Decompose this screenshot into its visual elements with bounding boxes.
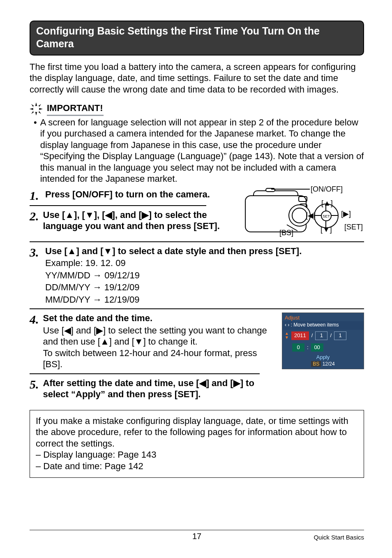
field-year: 2011 — [291, 331, 309, 340]
important-label: IMPORTANT! — [47, 102, 104, 116]
note-line1: – Display language: Page 143 — [36, 449, 358, 461]
page-footer: 17 Quick Start Basics — [30, 530, 364, 542]
adjust-format: 12/24 — [323, 361, 335, 367]
date-sep: / — [311, 332, 313, 339]
step-2: 2. Use [▲], [▼], [◀], and [▶] to select … — [30, 209, 233, 232]
label-bs: [BS] — [279, 228, 293, 238]
adjust-bs: BS — [311, 361, 321, 367]
step-3-line2: DD/MM/YY → 19/12/09 — [45, 282, 364, 293]
bullet-dot: • — [34, 117, 37, 185]
label-up: [▲] — [321, 199, 333, 208]
time-sep: : — [307, 344, 309, 351]
field-day: 1 — [334, 331, 346, 340]
burst-icon — [30, 102, 43, 116]
control-set-button: SET — [321, 211, 332, 221]
label-right: [▶] — [341, 209, 351, 219]
note-intro: If you make a mistake configuring displa… — [36, 415, 358, 449]
section-header: Configuring Basic Settings the First Tim… — [30, 21, 364, 56]
camera-diagram: SET [ON/OFF] [▲] [▼] [◀] [▶] [SET] [BS] — [241, 189, 364, 238]
section-title: Configuring Basic Settings the First Tim… — [36, 25, 320, 49]
adjust-apply: Apply — [282, 353, 364, 361]
step-1-num: 1. — [30, 189, 41, 202]
adjust-title: Adjust — [282, 313, 364, 321]
label-left: [◀] — [306, 211, 316, 220]
date-sep: / — [330, 332, 332, 339]
svg-marker-3 — [39, 108, 43, 110]
steps-1-2-with-diagram: 1. Press [ON/OFF] to turn on the camera.… — [30, 189, 364, 238]
step-3-example: Example: 19. 12. 09 — [45, 257, 364, 269]
page-number: 17 — [30, 531, 364, 542]
step-2-head: Use [▲], [▼], [◀], and [▶] to select the… — [43, 209, 234, 232]
divider — [30, 205, 206, 206]
adjust-date-row: ▲▼ 2011 / 1 / 1 — [282, 330, 364, 341]
important-bullet: • A screen for language selection will n… — [34, 117, 364, 185]
step-2-num: 2. — [30, 209, 39, 222]
adjust-format-row: BS 12/24 — [282, 361, 364, 369]
step-3-num: 3. — [30, 245, 41, 259]
adjust-time-row: 0 : 00 — [282, 342, 364, 353]
step-4-num: 4. — [30, 313, 39, 326]
svg-marker-5 — [38, 104, 41, 107]
adjust-hint: ‹ › : Move between items — [282, 321, 364, 330]
important-heading: IMPORTANT! — [30, 102, 364, 116]
step-4-with-figure: 4. Set the date and the time. Use [◀] an… — [30, 313, 364, 403]
steps: 1. Press [ON/OFF] to turn on the camera.… — [30, 189, 364, 403]
label-set: [SET] — [344, 222, 363, 232]
label-down: [▼] — [321, 225, 332, 234]
svg-marker-7 — [38, 111, 41, 114]
svg-marker-2 — [30, 108, 34, 110]
intro-paragraph: The first time you load a battery into t… — [30, 61, 364, 95]
svg-marker-4 — [31, 104, 34, 107]
note-line2: – Date and time: Page 142 — [36, 461, 358, 472]
step-3-line3: MM/DD/YY → 12/19/09 — [45, 294, 364, 306]
step-1: 1. Press [ON/OFF] to turn on the camera. — [30, 189, 233, 202]
step-5-num: 5. — [30, 377, 39, 391]
divider — [30, 373, 260, 374]
svg-marker-6 — [31, 111, 34, 114]
svg-marker-0 — [35, 102, 37, 107]
step-4-head: Set the date and the time. — [43, 313, 275, 324]
step-5-head: After setting the date and time, use [◀]… — [43, 377, 275, 400]
field-hour: 0 — [292, 343, 304, 352]
camera-small-button — [298, 196, 307, 202]
step-3-line1: YY/MM/DD → 09/12/19 — [45, 270, 364, 281]
adjust-screenshot: Adjust ‹ › : Move between items ▲▼ 2011 … — [282, 313, 364, 369]
step-3: 3. Use [▲] and [▼] to select a date styl… — [30, 245, 364, 306]
step-3-head: Use [▲] and [▼] to select a date style a… — [45, 245, 364, 257]
important-text: A screen for language selection will not… — [40, 117, 364, 185]
divider — [30, 241, 364, 242]
spinner-arrows-icon: ▲▼ — [285, 331, 289, 340]
note-box: If you make a mistake configuring displa… — [30, 410, 364, 478]
leader-line — [271, 189, 310, 190]
step-4: 4. Set the date and the time. Use [◀] an… — [30, 313, 274, 370]
step-5: 5. After setting the date and time, use … — [30, 377, 274, 400]
svg-marker-1 — [35, 112, 37, 116]
field-minute: 00 — [311, 343, 323, 352]
camera-lens-inner — [292, 208, 307, 223]
step-4-5-text: 4. Set the date and the time. Use [◀] an… — [30, 313, 274, 403]
steps-1-2-text: 1. Press [ON/OFF] to turn on the camera.… — [30, 189, 233, 234]
field-month: 1 — [315, 331, 327, 340]
step-1-head: Press [ON/OFF] to turn on the camera. — [45, 189, 233, 200]
step-4-body: Use [◀] and [▶] to select the setting yo… — [43, 325, 275, 370]
divider — [30, 308, 364, 309]
label-onoff: [ON/OFF] — [311, 185, 343, 194]
